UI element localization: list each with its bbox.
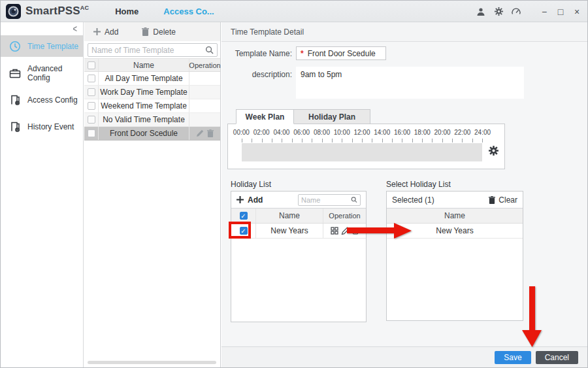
add-template-button[interactable]: Add	[93, 27, 118, 37]
tab-week-plan[interactable]: Week Plan	[236, 109, 294, 124]
list-toolbar: Add Delete	[84, 22, 220, 41]
delete-trash-icon[interactable]	[207, 129, 214, 137]
delete-trash-icon[interactable]	[352, 227, 359, 235]
plus-icon	[237, 196, 244, 203]
tab-holiday-plan[interactable]: Holiday Plan	[294, 109, 370, 124]
dashboard-gauge-icon[interactable]	[510, 6, 522, 18]
detail-footer: Save Cancel	[221, 346, 587, 367]
holiday-row[interactable]: ✓ New Years	[231, 224, 366, 239]
trash-icon	[489, 196, 495, 204]
timeline-track[interactable]	[242, 143, 482, 161]
row-name: Front Door Scedule	[99, 129, 189, 138]
sidebar-item-label: Time Template	[27, 42, 78, 51]
row-name: All Day Time Template	[99, 74, 189, 83]
clear-label: Clear	[498, 195, 517, 205]
required-asterisk: *	[301, 49, 304, 58]
detail-title: Time Template Detail	[231, 27, 304, 37]
table-row[interactable]: Weekend Time Template	[84, 99, 220, 113]
holiday-select-all-checkbox[interactable]: ✓	[240, 212, 248, 220]
template-table: Name Operation All Day Time Template Wor…	[84, 58, 220, 141]
column-header-operation: Operation	[189, 59, 220, 71]
row-name: No Valid Time Template	[99, 115, 189, 124]
timeline-settings-gear-icon[interactable]	[488, 145, 499, 159]
edit-pencil-icon[interactable]	[196, 129, 204, 137]
door-clock-icon	[8, 120, 22, 133]
search-icon[interactable]	[205, 46, 214, 54]
template-search-input[interactable]	[91, 46, 205, 55]
timeline-ticks	[242, 139, 483, 142]
edit-pencil-icon[interactable]	[341, 227, 350, 235]
sidebar-item-label: Advanced Config	[27, 64, 83, 82]
select-holiday-list-panel: Selected (1) Clear Name New Years	[386, 191, 523, 321]
titlebar-controls: − □ ×	[475, 1, 582, 22]
brand-superscript: AC	[80, 5, 89, 11]
plus-icon	[93, 28, 101, 35]
time-template-list-panel: Add Delete Name Operation All	[84, 22, 221, 367]
week-plan-timeline: 00:0002:0004:0006:0008:0010:0012:0014:00…	[227, 124, 505, 169]
row-checkbox[interactable]	[88, 102, 95, 110]
settings-gear-icon[interactable]	[493, 6, 504, 18]
delete-label: Delete	[153, 27, 176, 37]
template-name-value: Front Door Scedule	[308, 49, 376, 58]
row-checkbox[interactable]	[88, 129, 95, 137]
add-label: Add	[105, 27, 118, 37]
grid-view-icon[interactable]	[331, 227, 338, 235]
timeline-tick-labels: 00:0002:0004:0006:0008:0010:0012:0014:00…	[231, 129, 493, 136]
selected-toolbar: Selected (1) Clear	[387, 192, 523, 209]
holiday-row-checkbox[interactable]: ✓	[240, 227, 248, 235]
table-row-selected[interactable]: Front Door Scedule	[84, 127, 220, 141]
cancel-button[interactable]: Cancel	[536, 351, 578, 364]
nav-tab-access-control[interactable]: Access Co...	[163, 7, 214, 16]
time-template-detail-panel: Time Template Detail Template Name: * Fr…	[221, 22, 587, 367]
select-holiday-list-title: Select Holiday List	[386, 180, 451, 189]
sidebar-item-label: Access Config	[27, 95, 78, 105]
description-input[interactable]: 9am to 5pm	[296, 67, 524, 99]
table-row[interactable]: All Day Time Template	[84, 72, 220, 86]
smartpss-window: SmartPSSAC Home Access Co...	[0, 0, 588, 368]
select-all-checkbox[interactable]	[88, 61, 95, 69]
holiday-search-input[interactable]	[301, 196, 351, 204]
selected-count-label: Selected (1)	[392, 195, 434, 205]
holiday-search	[298, 194, 361, 206]
sidebar-item-access-config[interactable]: Access Config	[1, 89, 83, 110]
horizontal-scrollbar[interactable]	[88, 361, 216, 364]
holiday-list-toolbar: Add	[231, 192, 366, 209]
clear-button[interactable]: Clear	[489, 195, 517, 205]
template-name-label: Template Name:	[227, 49, 292, 58]
row-name: Work Day Time Template	[99, 88, 189, 97]
template-search	[88, 43, 218, 57]
maximize-icon[interactable]: □	[555, 7, 566, 17]
close-icon[interactable]: ×	[572, 7, 582, 17]
save-button[interactable]: Save	[495, 351, 531, 364]
description-label: description:	[227, 70, 292, 79]
table-row[interactable]: Work Day Time Template	[84, 86, 220, 99]
nav-tab-home[interactable]: Home	[115, 7, 139, 16]
sidebar-item-advanced-config[interactable]: Advanced Config	[1, 62, 83, 84]
template-name-input[interactable]: * Front Door Scedule	[296, 46, 386, 60]
row-checkbox[interactable]	[88, 75, 95, 82]
column-header-name: Name	[256, 211, 323, 220]
titlebar: SmartPSSAC Home Access Co...	[1, 1, 587, 22]
sidebar-collapse-icon[interactable]: <	[73, 24, 77, 34]
main-nav: Home Access Co...	[115, 7, 214, 16]
plan-tabs: Week Plan Holiday Plan	[236, 109, 370, 124]
minimize-icon[interactable]: −	[539, 7, 549, 17]
sidebar-item-time-template[interactable]: Time Template	[1, 35, 83, 57]
holiday-table-header: ✓ Name Operation	[231, 209, 366, 224]
sidebar-item-history-event[interactable]: History Event	[1, 116, 83, 137]
door-gear-icon	[8, 93, 22, 107]
column-header-name: Name	[99, 61, 189, 70]
template-table-header: Name Operation	[84, 58, 220, 72]
table-row[interactable]: No Valid Time Template	[84, 113, 220, 127]
briefcase-icon	[8, 67, 22, 80]
selected-table-header: Name	[387, 209, 523, 224]
delete-template-button[interactable]: Delete	[142, 27, 176, 37]
add-label: Add	[248, 195, 263, 205]
selected-row[interactable]: New Years	[387, 224, 523, 239]
row-checkbox[interactable]	[88, 88, 95, 96]
search-icon[interactable]	[351, 196, 357, 203]
add-holiday-button[interactable]: Add	[237, 195, 263, 205]
row-checkbox[interactable]	[88, 116, 95, 124]
user-icon[interactable]	[475, 6, 487, 18]
clock-icon	[8, 40, 22, 53]
